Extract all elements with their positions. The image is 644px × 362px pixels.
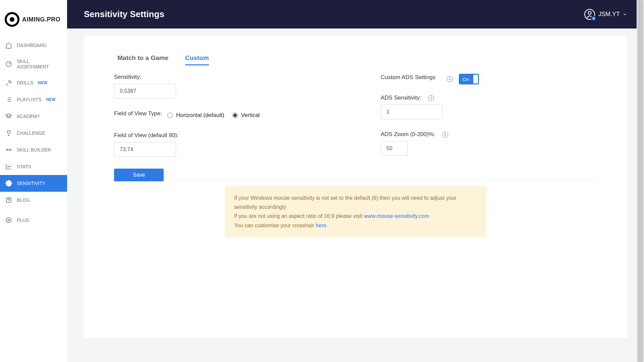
custom-ads-label: Custom ADS Settings xyxy=(381,74,435,81)
sidebar: AIMING.PRO DASHBOARD SKILL ASSESSMENT DR… xyxy=(0,0,67,362)
home-icon xyxy=(5,42,12,49)
barbell-icon xyxy=(5,146,12,153)
field-fov: Field of View (default 80): xyxy=(114,132,330,157)
settings-card: Match to a Game Custom Sensitivity: Fiel… xyxy=(84,36,627,338)
crosshair-link[interactable]: here. xyxy=(316,223,328,228)
new-badge: NEW xyxy=(46,97,56,102)
field-custom-ads: Custom ADS Settings i On xyxy=(381,74,597,84)
field-sensitivity: Sensitivity: xyxy=(114,74,330,99)
gear-icon xyxy=(5,180,12,187)
info-icon[interactable]: i xyxy=(447,76,453,82)
sidebar-item-label: SENSITIVITY xyxy=(17,181,46,186)
notice-box: If your Windows mouse sensitivity is not… xyxy=(225,186,486,237)
sidebar-item-playlists[interactable]: PLAYLISTS NEW xyxy=(0,91,67,108)
ads-zoom-input[interactable] xyxy=(381,141,408,156)
notice-line1: If your Windows mouse sensitivity is not… xyxy=(234,193,477,212)
sidebar-item-challenge[interactable]: CHALLENGE xyxy=(0,125,67,141)
tabs: Match to a Game Custom xyxy=(114,54,597,65)
user-menu[interactable]: + JSM.YT xyxy=(584,8,627,20)
chart-icon xyxy=(5,163,12,170)
field-ads-sensitivity: ADS Sensitivity: i xyxy=(381,95,597,119)
plus-icon: + xyxy=(591,16,596,21)
sensitivity-input[interactable] xyxy=(114,84,176,99)
sidebar-item-label: SKILL BUILDER xyxy=(17,147,51,153)
tab-match-to-game[interactable]: Match to a Game xyxy=(117,54,168,65)
brand-logo[interactable]: AIMING.PRO xyxy=(0,0,67,37)
sidebar-item-label: PLAYLISTS xyxy=(17,97,42,102)
fov-type-vertical-radio[interactable] xyxy=(232,113,238,118)
info-icon[interactable]: i xyxy=(428,95,434,101)
field-ads-zoom: ADS Zoom (0-200)%: i xyxy=(381,131,597,156)
save-button[interactable]: Save xyxy=(114,169,164,181)
book-icon xyxy=(5,197,12,203)
tab-custom[interactable]: Custom xyxy=(185,54,209,65)
sidebar-item-academy[interactable]: ACADEMY xyxy=(0,108,67,125)
tools-icon xyxy=(5,79,12,86)
graduation-cap-icon xyxy=(5,113,12,120)
notice-line3-text: You can customise your crosshair xyxy=(234,223,316,228)
trophy-icon xyxy=(5,130,12,136)
fov-input[interactable] xyxy=(114,142,176,157)
sidebar-item-drills[interactable]: DRILLS NEW xyxy=(0,74,67,91)
sidebar-item-label: STATS xyxy=(17,164,31,169)
ads-zoom-label: ADS Zoom (0-200)%: xyxy=(381,131,435,137)
sidebar-item-label: CHALLENGE xyxy=(17,130,45,136)
topbar: Sensitivity Settings + JSM.YT xyxy=(67,0,644,28)
sidebar-item-label: ACADEMY xyxy=(17,114,40,119)
fov-type-vertical-label: Vertical xyxy=(241,112,260,119)
sidebar-item-blog[interactable]: BLOG xyxy=(0,192,67,208)
sidebar-item-label: PLUS xyxy=(17,218,29,223)
sidebar-item-dashboard[interactable]: DASHBOARD xyxy=(0,37,67,54)
custom-ads-toggle[interactable]: On xyxy=(459,74,479,84)
scrollbar-thumb[interactable] xyxy=(637,0,643,362)
svg-point-3 xyxy=(6,218,11,223)
ads-sensitivity-input[interactable] xyxy=(381,105,443,119)
sidebar-nav: DASHBOARD SKILL ASSESSMENT DRILLS NEW PL… xyxy=(0,37,67,229)
ads-sensitivity-label: ADS Sensitivity: xyxy=(381,95,421,101)
sensitivity-label: Sensitivity: xyxy=(114,74,330,80)
fov-type-horizontal-radio[interactable] xyxy=(167,113,173,118)
notice-line2: If you are not using an aspect ratio of … xyxy=(234,212,477,221)
target-plus-icon xyxy=(5,217,12,224)
chevron-down-icon xyxy=(623,12,627,17)
avatar-icon: + xyxy=(584,8,596,20)
sidebar-item-stats[interactable]: STATS xyxy=(0,158,67,175)
mouse-sensitivity-link[interactable]: www.mouse-sensitivity.com xyxy=(364,213,429,219)
gauge-icon xyxy=(5,61,12,67)
notice-line2-text: If you are not using an aspect ratio of … xyxy=(234,213,364,219)
toggle-knob xyxy=(473,75,478,83)
sidebar-item-label: SKILL ASSESSMENT xyxy=(17,59,62,69)
fov-type-horizontal-label: Horizontal (default) xyxy=(176,112,224,119)
svg-point-6 xyxy=(588,11,591,14)
scrollbar[interactable] xyxy=(637,0,644,362)
sidebar-item-label: BLOG xyxy=(17,197,30,203)
brand-text: AIMING.PRO xyxy=(22,16,60,23)
page-title: Sensitivity Settings xyxy=(84,9,164,19)
sidebar-item-skill-builder[interactable]: SKILL BUILDER xyxy=(0,141,67,158)
sidebar-item-label: DASHBOARD xyxy=(17,43,47,48)
sidebar-item-sensitivity[interactable]: SENSITIVITY xyxy=(0,175,67,192)
fov-type-label: Field of View Type: xyxy=(114,110,162,117)
username: JSM.YT xyxy=(598,11,620,18)
new-badge: NEW xyxy=(38,80,47,85)
info-icon[interactable]: i xyxy=(442,132,448,138)
sidebar-item-plus[interactable]: PLUS xyxy=(0,212,67,229)
list-icon xyxy=(5,96,12,103)
field-fov-type: Field of View Type: Horizontal (default)… xyxy=(114,110,330,120)
sidebar-item-skill-assessment[interactable]: SKILL ASSESSMENT xyxy=(0,54,67,74)
notice-line3: You can customise your crosshair here. xyxy=(234,221,477,230)
target-icon xyxy=(5,12,19,27)
sidebar-item-label: DRILLS xyxy=(17,80,33,85)
svg-point-4 xyxy=(8,220,10,221)
fov-label: Field of View (default 80): xyxy=(114,132,330,139)
toggle-state: On xyxy=(462,76,469,82)
